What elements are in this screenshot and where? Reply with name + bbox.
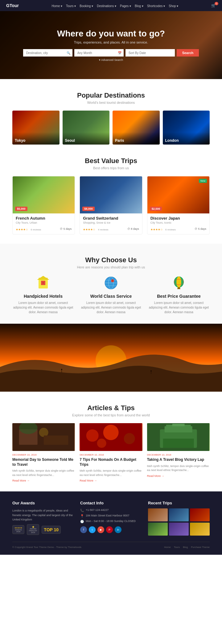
trip-japan-stars: ★★★★☆ bbox=[150, 228, 163, 231]
trip-japan-img: $2,500 New bbox=[147, 176, 209, 213]
footer-address: 📍 184 Main Street East Harbour 8007 bbox=[80, 514, 142, 518]
footer-link-purchase[interactable]: Purchase Theme bbox=[191, 546, 210, 549]
cart-icon[interactable]: 🛒0 bbox=[211, 3, 216, 8]
trip-japan-info: Discover Japan City Tours, Iconic ★★★★☆ … bbox=[147, 213, 209, 234]
month-input-wrapper[interactable]: 📅 bbox=[74, 49, 124, 57]
nav-home[interactable]: Home ▾ bbox=[52, 3, 62, 8]
dest-seoul-label: Seoul bbox=[63, 132, 110, 145]
trip-swiss-meta: ★★★★☆ 4 reviews ⏱ 8 days bbox=[83, 226, 139, 232]
dest-london[interactable]: London bbox=[163, 111, 210, 145]
footer-link-blog[interactable]: Blog bbox=[183, 546, 188, 549]
nav-shop[interactable]: Shop ▾ bbox=[169, 3, 178, 8]
award-top10: TOP 10 bbox=[42, 526, 61, 534]
globe-icon bbox=[103, 275, 119, 291]
footer-grid: Our Awards London is a megalopolis of pe… bbox=[12, 501, 210, 536]
dest-tokyo[interactable]: Tokyo bbox=[12, 111, 60, 145]
trip-japan-meta: ★★★★☆ 6 reviews ⏱ 5 days bbox=[150, 226, 206, 232]
feature-price-title: Best Price Guarantee bbox=[148, 294, 210, 299]
why-choose-title: Why Choose Us bbox=[12, 256, 210, 264]
articles-title: Articles & Tips bbox=[12, 404, 210, 412]
article-3-img bbox=[147, 423, 210, 451]
trip-french-meta: ★★★★☆ 6 reviews ⏱ 5 days bbox=[16, 226, 72, 232]
recent-trip-4[interactable] bbox=[148, 523, 168, 536]
trip-french-duration: ⏱ 5 days bbox=[60, 227, 72, 230]
trip-discover-japan[interactable]: $2,500 New Discover Japan City Tours, Ic… bbox=[147, 176, 210, 234]
sort-input-wrapper[interactable]: ↕ bbox=[125, 49, 175, 57]
feature-service: World Class Service Lorem ipsum dolor si… bbox=[80, 275, 142, 314]
search-button[interactable]: Search bbox=[177, 49, 199, 57]
hero-section: Where do you want to go? Trips, experien… bbox=[0, 11, 222, 79]
footer-link-home[interactable]: Home bbox=[164, 546, 171, 549]
nav-tours[interactable]: Tours ▾ bbox=[66, 3, 76, 8]
footer-bottom-links: Home Tours Blog Purchase Theme bbox=[164, 546, 210, 549]
articles-section: Articles & Tips Explore some of the best… bbox=[0, 392, 222, 491]
svg-rect-38 bbox=[163, 439, 194, 448]
trip-japan-category: City Tours, Iconic bbox=[150, 221, 206, 224]
hero-title: Where do you want to go? bbox=[6, 29, 216, 39]
sort-input[interactable] bbox=[129, 51, 169, 55]
article-1-excerpt: Meh synth Schlitz, tempor duis single-or… bbox=[12, 469, 75, 477]
logo[interactable]: GTour bbox=[6, 3, 19, 8]
youtube-btn[interactable]: ▶ bbox=[97, 526, 104, 533]
dest-paris[interactable]: Paris bbox=[113, 111, 160, 145]
feature-hotels-title: Handpicked Hotels bbox=[12, 294, 74, 299]
advanced-search-link[interactable]: ▾ Advanced Search bbox=[6, 58, 216, 61]
article-2[interactable]: December 10, 2016 7 Tips For Nomads On A… bbox=[80, 423, 142, 482]
nav-shortcodes[interactable]: Shortcodes ▾ bbox=[147, 3, 165, 8]
linkedin-btn[interactable]: in bbox=[115, 526, 121, 533]
feature-hotels-desc: Lorem ipsum dolor sit amet, consect adip… bbox=[12, 301, 74, 314]
recent-trip-2[interactable] bbox=[169, 508, 189, 521]
recent-trip-1[interactable] bbox=[148, 508, 168, 521]
article-3[interactable]: December 10, 2016 Taking A Travel Blog V… bbox=[147, 423, 210, 482]
article-1-readmore[interactable]: Read More → bbox=[12, 479, 75, 482]
twitter-btn[interactable]: t bbox=[89, 526, 96, 533]
article-3-title: Taking A Travel Blog Victory Lap bbox=[147, 457, 210, 462]
pinterest-btn[interactable]: P bbox=[106, 526, 113, 533]
trip-french-category: City Tours, Urban bbox=[16, 221, 72, 224]
trip-french-price: $5,000 bbox=[15, 207, 27, 211]
footer-awards-title: Our Awards bbox=[12, 501, 74, 505]
recent-trip-6[interactable] bbox=[190, 523, 210, 536]
trip-swiss-name: Grand Switzerland bbox=[83, 216, 139, 221]
trip-french-info: French Autumn City Tours, Urban ★★★★☆ 6 … bbox=[13, 213, 75, 234]
destination-input[interactable] bbox=[26, 51, 65, 55]
article-2-img bbox=[80, 423, 142, 451]
nav-blog[interactable]: Blog ▾ bbox=[135, 3, 143, 8]
article-1-img bbox=[12, 423, 75, 451]
navbar: GTour Home ▾ Tours ▾ Booking ▾ Destinati… bbox=[0, 0, 222, 11]
destination-input-wrapper[interactable]: 🔍 bbox=[23, 49, 72, 57]
recent-trip-5[interactable] bbox=[169, 523, 189, 536]
best-value-trips-section: Best Value Trips Best offers trips from … bbox=[0, 154, 222, 244]
trip-french-autumn[interactable]: $5,000 French Autumn City Tours, Urban ★… bbox=[12, 176, 75, 234]
nav-booking[interactable]: Booking ▾ bbox=[80, 3, 93, 8]
dest-seoul[interactable]: Seoul bbox=[63, 111, 110, 145]
trip-swiss-duration: ⏱ 8 days bbox=[127, 227, 139, 230]
articles-subtitle: Explore some of the best tips from aroun… bbox=[12, 413, 210, 417]
popular-destinations-section: Popular Destinations World's best touris… bbox=[0, 79, 222, 154]
footer-recent-trips-col: Recent Trips bbox=[148, 501, 210, 536]
footer-awards-col: Our Awards London is a megalopolis of pe… bbox=[12, 501, 74, 536]
feature-hotels: Handpicked Hotels Lorem ipsum dolor sit … bbox=[12, 275, 74, 314]
article-2-readmore[interactable]: Read More → bbox=[80, 479, 142, 482]
footer-link-tours[interactable]: Tours bbox=[174, 546, 180, 549]
article-3-readmore[interactable]: Read More → bbox=[147, 474, 210, 478]
trip-swiss-category: Shopping, Snow & Ice bbox=[83, 221, 139, 224]
trip-grand-switzerland[interactable]: $8,000 Grand Switzerland Shopping, Snow … bbox=[80, 176, 142, 234]
month-input[interactable] bbox=[77, 51, 117, 55]
articles-grid: December 10, 2016 Memorial Day to Someon… bbox=[12, 423, 210, 482]
footer-contact-title: Contact Info bbox=[80, 501, 142, 505]
recent-trips-grid bbox=[148, 508, 210, 536]
nav-pages[interactable]: Pages ▾ bbox=[120, 3, 131, 8]
nav-destinations[interactable]: Destinations ▾ bbox=[97, 3, 116, 8]
footer-awards-text: London is a megalopolis of people, ideas… bbox=[12, 508, 74, 522]
article-2-date: December 10, 2016 bbox=[80, 453, 142, 456]
footer-copyright: © Copyright Grand Tour Theme Demo - Them… bbox=[12, 546, 81, 549]
popular-destinations-title: Popular Destinations bbox=[12, 91, 210, 99]
trip-japan-name: Discover Japan bbox=[150, 216, 206, 221]
recent-trip-3[interactable] bbox=[190, 508, 210, 521]
facebook-btn[interactable]: f bbox=[80, 526, 87, 533]
balloon-icon bbox=[171, 275, 187, 291]
footer: Our Awards London is a megalopolis of pe… bbox=[0, 491, 222, 555]
trips-grid: $5,000 French Autumn City Tours, Urban ★… bbox=[12, 176, 210, 234]
article-1[interactable]: December 10, 2016 Memorial Day to Someon… bbox=[12, 423, 75, 482]
